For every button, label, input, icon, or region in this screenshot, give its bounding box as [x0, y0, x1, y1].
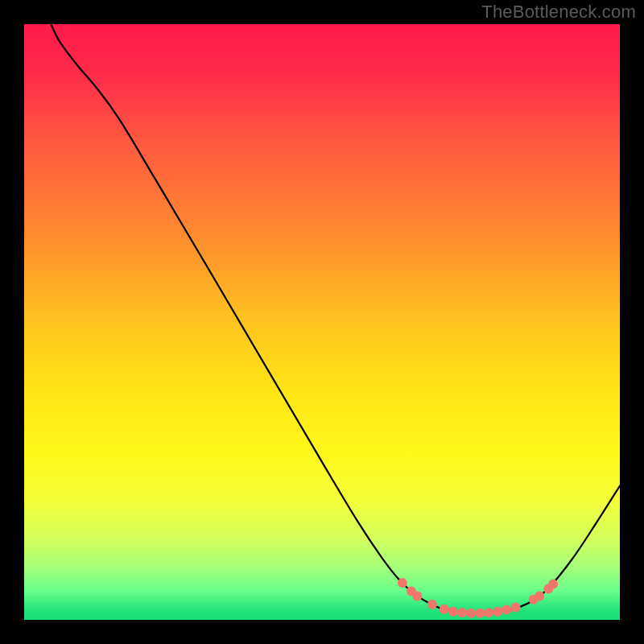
data-marker — [466, 609, 476, 618]
data-marker — [511, 602, 521, 612]
data-marker — [548, 580, 558, 589]
data-marker — [502, 605, 511, 614]
chart-background — [24, 24, 620, 620]
plot-area — [24, 24, 620, 620]
data-marker — [475, 609, 485, 618]
data-marker — [484, 608, 493, 617]
data-marker — [398, 578, 407, 588]
chart-svg — [24, 24, 620, 620]
data-marker — [440, 605, 449, 614]
data-marker — [535, 591, 544, 601]
chart-frame: TheBottleneck.com — [0, 0, 644, 644]
watermark-text: TheBottleneck.com — [481, 2, 636, 23]
data-marker — [493, 607, 502, 617]
data-marker — [412, 591, 422, 601]
data-marker — [448, 607, 458, 617]
data-marker — [427, 600, 437, 609]
data-marker — [457, 608, 467, 617]
